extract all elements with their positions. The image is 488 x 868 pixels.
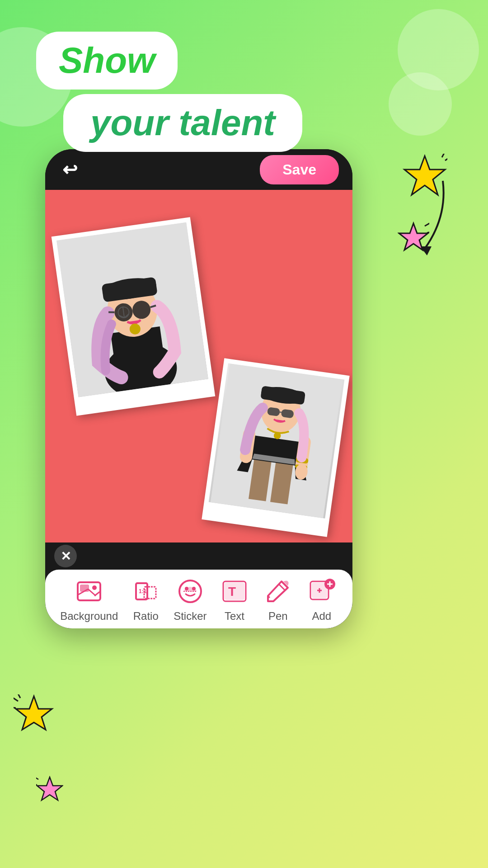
header-area: Show your talent — [36, 32, 302, 152]
bottom-extra-bar: ✕ — [45, 542, 352, 570]
photo-2-inner — [209, 363, 345, 519]
star-pink-top — [398, 222, 429, 255]
svg-marker-8 — [16, 696, 52, 730]
svg-line-13 — [36, 777, 38, 779]
show-banner: Show — [36, 32, 178, 90]
svg-line-5 — [425, 223, 429, 226]
phone-mockup: ↩ Save — [45, 149, 352, 628]
svg-point-62 — [192, 587, 196, 590]
photo-1[interactable] — [52, 217, 216, 415]
phone-bottom: ✕ Background — [45, 542, 352, 628]
back-arrow-icon: ↩ — [62, 159, 78, 180]
svg-marker-0 — [404, 156, 445, 195]
star-pink-bottom — [36, 776, 63, 805]
svg-line-10 — [14, 707, 16, 708]
photo-1-svg — [56, 222, 208, 397]
talent-banner: your talent — [63, 94, 302, 152]
pen-icon — [262, 576, 294, 607]
svg-point-61 — [185, 587, 188, 590]
bottom-toolbar: Background 1:1 Ratio — [45, 570, 352, 628]
svg-marker-4 — [399, 223, 428, 250]
back-button[interactable]: ↩ — [59, 158, 81, 181]
svg-line-54 — [88, 589, 96, 596]
photo-2[interactable] — [202, 358, 349, 537]
tool-text[interactable]: T Text — [219, 576, 250, 623]
star-yellow-bottom — [14, 694, 54, 737]
bg-circle-3 — [389, 72, 452, 136]
svg-line-11 — [17, 694, 20, 698]
background-icon — [73, 576, 105, 607]
phone-header: ↩ Save — [45, 149, 352, 190]
svg-line-1 — [445, 156, 447, 160]
background-label: Background — [60, 610, 118, 623]
add-label: Add — [312, 610, 331, 623]
photo-2-svg — [209, 363, 345, 519]
close-icon: ✕ — [61, 549, 71, 564]
svg-line-25 — [108, 311, 114, 313]
text-label: Text — [225, 610, 244, 623]
text-icon: T — [219, 576, 250, 607]
svg-line-3 — [442, 154, 445, 157]
tool-ratio[interactable]: 1:1 Ratio — [130, 576, 162, 623]
sticker-icon — [174, 576, 206, 607]
svg-line-9 — [14, 697, 18, 701]
canvas-area — [45, 190, 352, 542]
svg-line-6 — [427, 231, 429, 233]
svg-marker-12 — [37, 777, 62, 800]
ratio-icon: 1:1 — [130, 576, 162, 607]
svg-text:1:1: 1:1 — [139, 588, 147, 594]
svg-line-47 — [280, 412, 282, 413]
ratio-label: Ratio — [133, 610, 159, 623]
photo-1-inner — [56, 222, 208, 397]
tool-sticker[interactable]: Sticker — [174, 576, 206, 623]
header-line2: your talent — [90, 103, 275, 143]
pen-label: Pen — [268, 610, 288, 623]
svg-text:T: T — [228, 585, 236, 599]
header-line1: Show — [59, 40, 155, 80]
add-icon — [306, 576, 338, 607]
close-button[interactable]: ✕ — [54, 545, 77, 567]
tool-background[interactable]: Background — [60, 576, 118, 623]
sticker-label: Sticker — [174, 610, 206, 623]
tool-add[interactable]: Add — [306, 576, 338, 623]
star-yellow-top — [402, 154, 447, 201]
svg-point-56 — [92, 585, 97, 590]
save-button[interactable]: Save — [260, 155, 339, 184]
svg-line-14 — [36, 784, 37, 785]
tool-pen[interactable]: Pen — [262, 576, 294, 623]
